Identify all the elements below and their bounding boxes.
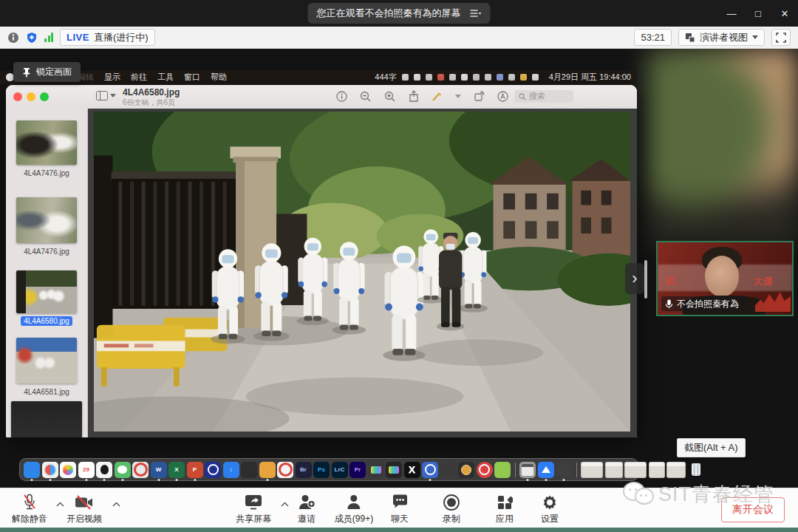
security-shield-icon[interactable] (26, 32, 38, 44)
dock-icon-photoshop: Ps (313, 462, 330, 478)
live-status-chip[interactable]: LIVE 直播(进行中) (60, 29, 155, 46)
dock-icon-min-window-4 (649, 462, 665, 478)
maximize-button[interactable]: □ (745, 0, 771, 27)
dock-icon-dark-app-2 (440, 462, 457, 478)
invite-label: 邀请 (298, 513, 316, 525)
dock-icon-swirl-red (277, 462, 293, 478)
dock-icon-min-window-3 (624, 462, 647, 478)
leave-meeting-button[interactable]: 离开会议 (721, 497, 785, 522)
participant-name: 不会拍照秦有為 (677, 298, 739, 310)
thumbnail-image-selected (16, 270, 77, 313)
shared-screen-stage: 预览 文件 编辑 显示 前往 工具 窗口 帮助 444字 4月29日 周五 19… (0, 49, 798, 488)
viewing-banner-text: 您正在观看不会拍照秦有為的屏幕 (317, 7, 461, 20)
viewing-banner: 您正在观看不会拍照秦有為的屏幕 (308, 3, 491, 24)
annotate-icon (497, 91, 508, 102)
lock-screen-button[interactable]: 锁定画面 (13, 62, 81, 82)
record-button[interactable]: 录制 (443, 494, 460, 525)
preview-toolbar (336, 90, 508, 102)
preview-thumbnail-sidebar: 4L4A7476.jpg 4L4A7476.jpg 4L4A6580.jpg 4… (6, 109, 88, 437)
share-screen-icon (244, 494, 263, 511)
meeting-window: 您正在观看不会拍照秦有為的屏幕 — □ ✕ LIVE 直播(进行中) 53:21 (0, 0, 798, 532)
menubar-status-icons: 444字 (375, 72, 538, 83)
dock-icon-premiere: Pr (349, 462, 366, 478)
preview-photo-area (88, 109, 637, 437)
dock-icon-app-rings (132, 462, 149, 478)
apps-button[interactable]: 应用 (496, 494, 514, 525)
meeting-control-bar: 解除静音 开启视频 共享屏幕 邀请 成员(99+) (0, 488, 798, 528)
share-options-menu-icon[interactable] (470, 9, 482, 18)
meeting-info-icon[interactable] (7, 32, 19, 44)
mac-menu-item: 工具 (157, 72, 174, 83)
dock-icon-davinci (386, 462, 402, 478)
video-options-caret[interactable] (112, 502, 120, 507)
dock-icon-clock-blue (205, 462, 221, 478)
mac-minimize-traffic-light (27, 92, 35, 101)
apps-label: 应用 (496, 513, 514, 525)
start-video-button[interactable]: 开启视频 (66, 494, 102, 525)
share-screen-label: 共享屏幕 (236, 513, 271, 525)
zoom-out-icon (360, 91, 372, 102)
menubar-status-icon (508, 74, 515, 81)
mac-menu-item: 窗口 (184, 72, 200, 83)
view-mode-dropdown[interactable]: 演讲者视图 (678, 29, 765, 46)
settings-button[interactable]: 设置 (541, 494, 559, 525)
dock-icon-trash (688, 462, 704, 478)
participant-name-badge: 不会拍照秦有為 (661, 296, 745, 311)
meeting-timer: 53:21 (634, 29, 672, 46)
mac-clock: 4月29日 周五 19:44:00 (549, 72, 631, 83)
dock-separator (576, 463, 577, 477)
close-button[interactable]: ✕ (771, 0, 798, 27)
banner-character: 抗 (666, 275, 676, 288)
mac-menu-item: 前往 (131, 72, 147, 83)
unmute-button[interactable]: 解除静音 (12, 494, 47, 525)
members-button[interactable]: 成员(99+) (335, 494, 373, 525)
menubar-status-icon (437, 74, 444, 81)
dock-icon-window-app (519, 462, 536, 478)
shared-photo (94, 112, 630, 432)
preview-document-title: 4L4A6580.jpg (123, 88, 180, 98)
window-controls: — □ ✕ (718, 0, 798, 27)
dock-icon-min-window-5 (666, 462, 686, 478)
timer-value: 53:21 (641, 32, 665, 43)
dock-icon-lightroom-classic: LrC (332, 462, 348, 478)
thumbnail-image (16, 197, 77, 243)
settings-label: 设置 (541, 513, 559, 525)
chevron-down-icon (752, 35, 758, 39)
members-label: 成员(99+) (335, 513, 373, 525)
dock-icon-min-window-2 (605, 462, 623, 478)
dock-icon-music-red (477, 462, 493, 478)
dock-icon-powerpoint: P (187, 462, 203, 478)
mac-menu-item: 帮助 (211, 72, 227, 83)
dock-separator (515, 463, 516, 477)
share-screen-button[interactable]: 共享屏幕 (236, 494, 271, 525)
fullscreen-button[interactable] (771, 29, 791, 46)
mic-options-caret[interactable] (56, 502, 64, 507)
participant-video-thumbnail[interactable]: 抗 大课 不会拍照秦有為 (656, 241, 794, 316)
word-count: 444字 (375, 72, 396, 83)
chat-button[interactable]: 聊天 (391, 494, 409, 525)
live-badge: LIVE (66, 32, 89, 43)
chat-label: 聊天 (391, 513, 409, 525)
pin-icon (22, 67, 31, 78)
invite-button[interactable]: 邀请 (298, 494, 316, 525)
dock-icon-word: W (151, 462, 167, 478)
menubar-status-icon (532, 74, 539, 81)
dock-icon-excel: X (168, 462, 185, 478)
start-video-label: 开启视频 (66, 513, 102, 525)
share-options-caret[interactable] (281, 502, 289, 507)
thumbnail-image (16, 120, 77, 165)
markup-caret-icon (455, 95, 461, 98)
dock-icon-safari (42, 462, 58, 478)
menubar-status-icon (402, 74, 409, 81)
dock-icon-wechat (115, 462, 131, 478)
minimize-button[interactable]: — (718, 0, 745, 27)
record-label: 录制 (443, 513, 460, 525)
menubar-status-icon (449, 74, 456, 81)
info-icon (336, 91, 347, 102)
invite-person-icon (298, 494, 316, 511)
mac-close-traffic-light (13, 92, 22, 101)
network-signal-icon[interactable] (44, 33, 53, 42)
preview-title-bar: 4L4A6580.jpg 6份文稿，共6页 搜索 (6, 85, 637, 109)
lock-screen-label: 锁定画面 (36, 66, 72, 78)
layout-icon (685, 33, 695, 43)
